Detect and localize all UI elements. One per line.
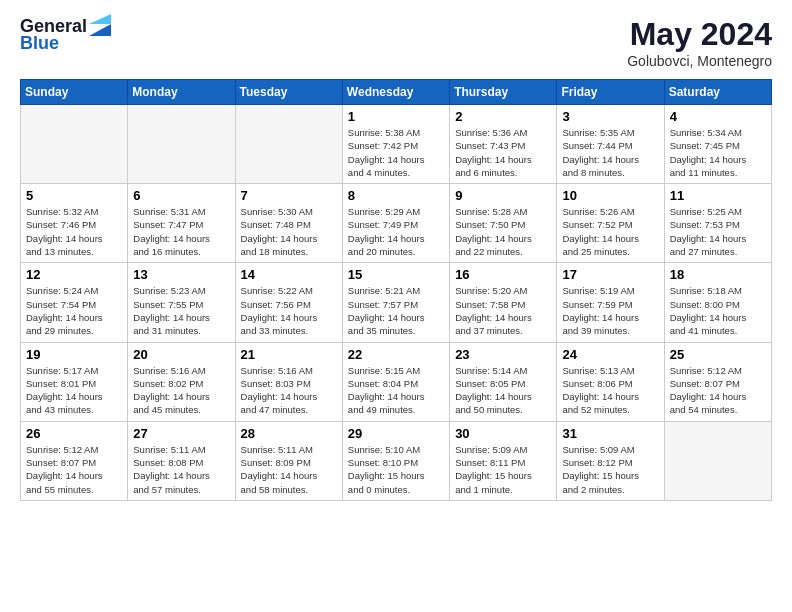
table-row: 11Sunrise: 5:25 AM Sunset: 7:53 PM Dayli…	[664, 184, 771, 263]
header: General Blue May 2024 Golubovci, Montene…	[20, 16, 772, 69]
table-row: 7Sunrise: 5:30 AM Sunset: 7:48 PM Daylig…	[235, 184, 342, 263]
day-number: 4	[670, 109, 766, 124]
table-row: 19Sunrise: 5:17 AM Sunset: 8:01 PM Dayli…	[21, 342, 128, 421]
month-year: May 2024	[627, 16, 772, 53]
day-number: 18	[670, 267, 766, 282]
day-info: Sunrise: 5:25 AM Sunset: 7:53 PM Dayligh…	[670, 205, 766, 258]
day-number: 27	[133, 426, 229, 441]
table-row: 3Sunrise: 5:35 AM Sunset: 7:44 PM Daylig…	[557, 105, 664, 184]
calendar: Sunday Monday Tuesday Wednesday Thursday…	[20, 79, 772, 501]
day-info: Sunrise: 5:15 AM Sunset: 8:04 PM Dayligh…	[348, 364, 444, 417]
day-number: 2	[455, 109, 551, 124]
day-info: Sunrise: 5:30 AM Sunset: 7:48 PM Dayligh…	[241, 205, 337, 258]
calendar-week-row: 5Sunrise: 5:32 AM Sunset: 7:46 PM Daylig…	[21, 184, 772, 263]
day-info: Sunrise: 5:09 AM Sunset: 8:12 PM Dayligh…	[562, 443, 658, 496]
table-row: 13Sunrise: 5:23 AM Sunset: 7:55 PM Dayli…	[128, 263, 235, 342]
day-info: Sunrise: 5:16 AM Sunset: 8:02 PM Dayligh…	[133, 364, 229, 417]
day-number: 12	[26, 267, 122, 282]
day-number: 8	[348, 188, 444, 203]
day-info: Sunrise: 5:11 AM Sunset: 8:08 PM Dayligh…	[133, 443, 229, 496]
table-row: 2Sunrise: 5:36 AM Sunset: 7:43 PM Daylig…	[450, 105, 557, 184]
day-number: 24	[562, 347, 658, 362]
day-info: Sunrise: 5:12 AM Sunset: 8:07 PM Dayligh…	[26, 443, 122, 496]
day-info: Sunrise: 5:35 AM Sunset: 7:44 PM Dayligh…	[562, 126, 658, 179]
col-friday: Friday	[557, 80, 664, 105]
day-number: 20	[133, 347, 229, 362]
day-number: 23	[455, 347, 551, 362]
table-row	[128, 105, 235, 184]
day-number: 1	[348, 109, 444, 124]
table-row: 9Sunrise: 5:28 AM Sunset: 7:50 PM Daylig…	[450, 184, 557, 263]
table-row: 14Sunrise: 5:22 AM Sunset: 7:56 PM Dayli…	[235, 263, 342, 342]
table-row: 8Sunrise: 5:29 AM Sunset: 7:49 PM Daylig…	[342, 184, 449, 263]
day-number: 13	[133, 267, 229, 282]
day-number: 14	[241, 267, 337, 282]
location: Golubovci, Montenegro	[627, 53, 772, 69]
calendar-week-row: 12Sunrise: 5:24 AM Sunset: 7:54 PM Dayli…	[21, 263, 772, 342]
table-row: 27Sunrise: 5:11 AM Sunset: 8:08 PM Dayli…	[128, 421, 235, 500]
day-info: Sunrise: 5:22 AM Sunset: 7:56 PM Dayligh…	[241, 284, 337, 337]
table-row: 28Sunrise: 5:11 AM Sunset: 8:09 PM Dayli…	[235, 421, 342, 500]
calendar-header-row: Sunday Monday Tuesday Wednesday Thursday…	[21, 80, 772, 105]
col-wednesday: Wednesday	[342, 80, 449, 105]
table-row: 30Sunrise: 5:09 AM Sunset: 8:11 PM Dayli…	[450, 421, 557, 500]
title-block: May 2024 Golubovci, Montenegro	[627, 16, 772, 69]
day-info: Sunrise: 5:18 AM Sunset: 8:00 PM Dayligh…	[670, 284, 766, 337]
day-number: 28	[241, 426, 337, 441]
table-row: 6Sunrise: 5:31 AM Sunset: 7:47 PM Daylig…	[128, 184, 235, 263]
table-row: 20Sunrise: 5:16 AM Sunset: 8:02 PM Dayli…	[128, 342, 235, 421]
day-info: Sunrise: 5:09 AM Sunset: 8:11 PM Dayligh…	[455, 443, 551, 496]
table-row: 21Sunrise: 5:16 AM Sunset: 8:03 PM Dayli…	[235, 342, 342, 421]
table-row: 29Sunrise: 5:10 AM Sunset: 8:10 PM Dayli…	[342, 421, 449, 500]
col-saturday: Saturday	[664, 80, 771, 105]
day-info: Sunrise: 5:36 AM Sunset: 7:43 PM Dayligh…	[455, 126, 551, 179]
table-row: 22Sunrise: 5:15 AM Sunset: 8:04 PM Dayli…	[342, 342, 449, 421]
calendar-week-row: 19Sunrise: 5:17 AM Sunset: 8:01 PM Dayli…	[21, 342, 772, 421]
day-info: Sunrise: 5:19 AM Sunset: 7:59 PM Dayligh…	[562, 284, 658, 337]
day-info: Sunrise: 5:10 AM Sunset: 8:10 PM Dayligh…	[348, 443, 444, 496]
day-info: Sunrise: 5:13 AM Sunset: 8:06 PM Dayligh…	[562, 364, 658, 417]
day-number: 9	[455, 188, 551, 203]
day-info: Sunrise: 5:28 AM Sunset: 7:50 PM Dayligh…	[455, 205, 551, 258]
day-number: 15	[348, 267, 444, 282]
table-row: 1Sunrise: 5:38 AM Sunset: 7:42 PM Daylig…	[342, 105, 449, 184]
page: General Blue May 2024 Golubovci, Montene…	[0, 0, 792, 511]
day-number: 19	[26, 347, 122, 362]
col-thursday: Thursday	[450, 80, 557, 105]
table-row	[664, 421, 771, 500]
day-number: 30	[455, 426, 551, 441]
table-row: 17Sunrise: 5:19 AM Sunset: 7:59 PM Dayli…	[557, 263, 664, 342]
col-monday: Monday	[128, 80, 235, 105]
table-row: 31Sunrise: 5:09 AM Sunset: 8:12 PM Dayli…	[557, 421, 664, 500]
day-info: Sunrise: 5:12 AM Sunset: 8:07 PM Dayligh…	[670, 364, 766, 417]
calendar-week-row: 26Sunrise: 5:12 AM Sunset: 8:07 PM Dayli…	[21, 421, 772, 500]
day-number: 26	[26, 426, 122, 441]
table-row: 25Sunrise: 5:12 AM Sunset: 8:07 PM Dayli…	[664, 342, 771, 421]
calendar-week-row: 1Sunrise: 5:38 AM Sunset: 7:42 PM Daylig…	[21, 105, 772, 184]
day-number: 22	[348, 347, 444, 362]
day-number: 31	[562, 426, 658, 441]
table-row	[235, 105, 342, 184]
day-info: Sunrise: 5:32 AM Sunset: 7:46 PM Dayligh…	[26, 205, 122, 258]
table-row: 4Sunrise: 5:34 AM Sunset: 7:45 PM Daylig…	[664, 105, 771, 184]
day-info: Sunrise: 5:24 AM Sunset: 7:54 PM Dayligh…	[26, 284, 122, 337]
table-row: 23Sunrise: 5:14 AM Sunset: 8:05 PM Dayli…	[450, 342, 557, 421]
day-info: Sunrise: 5:20 AM Sunset: 7:58 PM Dayligh…	[455, 284, 551, 337]
table-row: 15Sunrise: 5:21 AM Sunset: 7:57 PM Dayli…	[342, 263, 449, 342]
table-row: 26Sunrise: 5:12 AM Sunset: 8:07 PM Dayli…	[21, 421, 128, 500]
day-number: 21	[241, 347, 337, 362]
day-number: 29	[348, 426, 444, 441]
day-info: Sunrise: 5:11 AM Sunset: 8:09 PM Dayligh…	[241, 443, 337, 496]
day-number: 6	[133, 188, 229, 203]
day-info: Sunrise: 5:38 AM Sunset: 7:42 PM Dayligh…	[348, 126, 444, 179]
day-info: Sunrise: 5:34 AM Sunset: 7:45 PM Dayligh…	[670, 126, 766, 179]
table-row: 24Sunrise: 5:13 AM Sunset: 8:06 PM Dayli…	[557, 342, 664, 421]
table-row: 16Sunrise: 5:20 AM Sunset: 7:58 PM Dayli…	[450, 263, 557, 342]
day-info: Sunrise: 5:17 AM Sunset: 8:01 PM Dayligh…	[26, 364, 122, 417]
day-info: Sunrise: 5:31 AM Sunset: 7:47 PM Dayligh…	[133, 205, 229, 258]
day-number: 5	[26, 188, 122, 203]
svg-marker-0	[89, 24, 111, 36]
table-row: 18Sunrise: 5:18 AM Sunset: 8:00 PM Dayli…	[664, 263, 771, 342]
col-tuesday: Tuesday	[235, 80, 342, 105]
day-info: Sunrise: 5:21 AM Sunset: 7:57 PM Dayligh…	[348, 284, 444, 337]
